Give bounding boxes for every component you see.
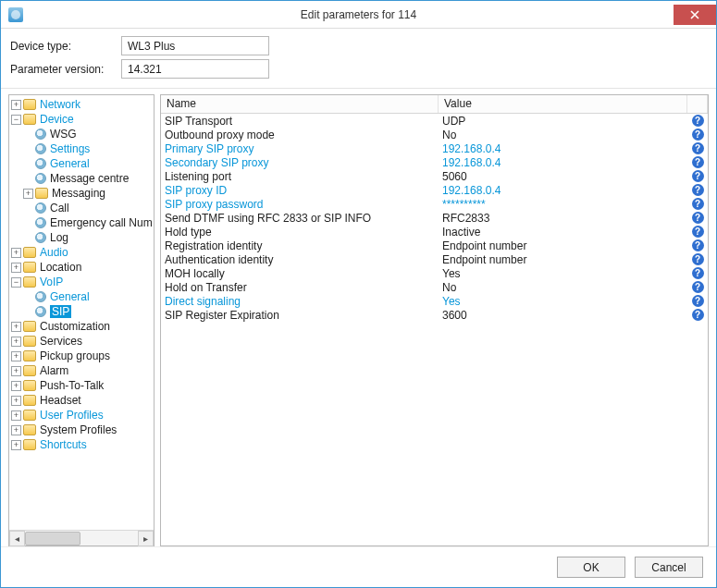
tree-item-messaging[interactable]: +Messaging [21,186,154,201]
param-value[interactable]: Yes [439,267,687,280]
tree-item-call[interactable]: Call [21,201,154,215]
grid-row[interactable]: Registration identityEndpoint number? [161,239,708,252]
col-header-name[interactable]: Name [161,95,439,113]
tree-item-settings[interactable]: Settings [21,141,154,156]
tree-item-label: Audio [40,246,68,259]
scroll-track[interactable] [25,531,138,546]
close-button[interactable] [674,5,716,25]
help-icon[interactable]: ? [692,226,704,238]
tree-item-headset[interactable]: +Headset [9,393,154,408]
tree-item-customization[interactable]: +Customization [9,319,154,334]
help-icon[interactable]: ? [692,295,704,307]
expand-icon[interactable]: + [11,410,21,421]
help-icon[interactable]: ? [692,198,704,210]
tree-item-audio[interactable]: +Audio [9,245,154,260]
tree-item-log[interactable]: Log [21,230,154,245]
help-icon[interactable]: ? [692,253,704,265]
grid-row[interactable]: SIP proxy ID192.168.0.4? [161,183,708,197]
help-icon[interactable]: ? [692,309,704,321]
tree-item-emergency-call-num[interactable]: Emergency call Num [21,215,154,230]
param-value[interactable]: Inactive [439,226,687,239]
tree-item-general[interactable]: General [21,289,154,304]
expand-icon[interactable]: + [11,366,21,376]
help-icon[interactable]: ? [692,239,704,251]
expand-icon[interactable]: + [23,189,33,199]
param-value[interactable]: UDP [439,115,687,128]
param-value[interactable]: ********** [439,198,687,211]
grid-row[interactable]: MOH locallyYes? [161,266,708,280]
tree-item-pickup-groups[interactable]: +Pickup groups [9,349,154,363]
expand-icon[interactable]: + [11,100,21,110]
expand-icon[interactable]: + [11,381,21,391]
param-value[interactable]: RFC2833 [439,212,687,225]
grid-row[interactable]: Hold typeInactive? [161,225,708,239]
expand-icon[interactable]: + [11,396,21,406]
help-icon[interactable]: ? [692,129,704,141]
ok-button[interactable]: OK [557,557,625,578]
scroll-left-button[interactable]: ◂ [9,531,25,546]
param-value[interactable]: No [439,281,687,294]
help-icon[interactable]: ? [692,170,704,182]
grid-row[interactable]: Authentication identityEndpoint number? [161,252,708,266]
collapse-icon[interactable]: − [11,115,21,125]
param-value[interactable]: 3600 [439,309,687,322]
expand-icon[interactable]: + [11,440,21,450]
tree-item-push-to-talk[interactable]: +Push-To-Talk [9,378,154,393]
cancel-button[interactable]: Cancel [635,557,703,578]
grid-row[interactable]: SIP Register Expiration3600? [161,308,708,322]
tree-item-message-centre[interactable]: Message centre [21,171,154,186]
tree-item-network[interactable]: +Network [9,97,154,112]
tree-item-voip[interactable]: −VoIP [9,275,154,289]
grid-row[interactable]: SIP proxy password**********? [161,197,708,211]
help-icon[interactable]: ? [692,142,704,154]
help-icon[interactable]: ? [692,184,704,196]
tree-item-sip[interactable]: SIP [21,304,154,319]
tree-item-location[interactable]: +Location [9,260,154,275]
grid-row[interactable]: Primary SIP proxy192.168.0.4? [161,141,708,155]
expand-icon[interactable]: + [11,248,21,258]
tree-item-shortcuts[interactable]: +Shortcuts [9,437,154,452]
tree[interactable]: +Network−DeviceWSGSettingsGeneralMessage… [9,95,154,530]
tree-horizontal-scrollbar[interactable]: ◂ ▸ [9,530,154,545]
param-value[interactable]: 192.168.0.4 [439,142,687,155]
param-version-field[interactable]: 14.321 [121,59,269,79]
grid-row[interactable]: Direct signalingYes? [161,294,708,308]
scroll-thumb[interactable] [25,532,80,545]
help-icon[interactable]: ? [692,115,704,127]
grid-row[interactable]: Listening port5060? [161,169,708,183]
param-value[interactable]: Endpoint number [439,253,687,266]
scroll-right-button[interactable]: ▸ [138,531,154,546]
expand-icon[interactable]: + [11,425,21,435]
tree-item-system-profiles[interactable]: +System Profiles [9,423,154,437]
tree-item-services[interactable]: +Services [9,334,154,349]
param-value[interactable]: Yes [439,295,687,308]
tree-item-device[interactable]: −Device [9,112,154,127]
param-value[interactable]: 5060 [439,170,687,183]
grid-row[interactable]: SIP TransportUDP? [161,114,708,128]
tree-item-alarm[interactable]: +Alarm [9,363,154,378]
expand-icon[interactable]: + [11,322,21,332]
grid-row[interactable]: Hold on TransferNo? [161,280,708,294]
expand-icon[interactable]: + [11,351,21,361]
param-value[interactable]: 192.168.0.4 [439,184,687,197]
expand-icon[interactable]: + [11,263,21,273]
device-type-field[interactable]: WL3 Plus [121,36,269,55]
help-icon[interactable]: ? [692,267,704,279]
help-cell: ? [687,184,708,196]
tree-item-general[interactable]: General [21,156,154,171]
help-icon[interactable]: ? [692,281,704,293]
grid-row[interactable]: Outbound proxy modeNo? [161,128,708,141]
col-header-value[interactable]: Value [439,95,687,113]
folder-icon [23,439,36,450]
tree-item-wsg[interactable]: WSG [21,127,154,141]
grid-row[interactable]: Send DTMF using RFC 2833 or SIP INFORFC2… [161,211,708,225]
param-value[interactable]: 192.168.0.4 [439,156,687,169]
param-value[interactable]: No [439,129,687,141]
collapse-icon[interactable]: − [11,277,21,288]
help-icon[interactable]: ? [692,156,704,168]
help-icon[interactable]: ? [692,212,704,224]
tree-item-user-profiles[interactable]: +User Profiles [9,408,154,423]
expand-icon[interactable]: + [11,337,21,347]
grid-row[interactable]: Secondary SIP proxy192.168.0.4? [161,155,708,169]
param-value[interactable]: Endpoint number [439,239,687,252]
